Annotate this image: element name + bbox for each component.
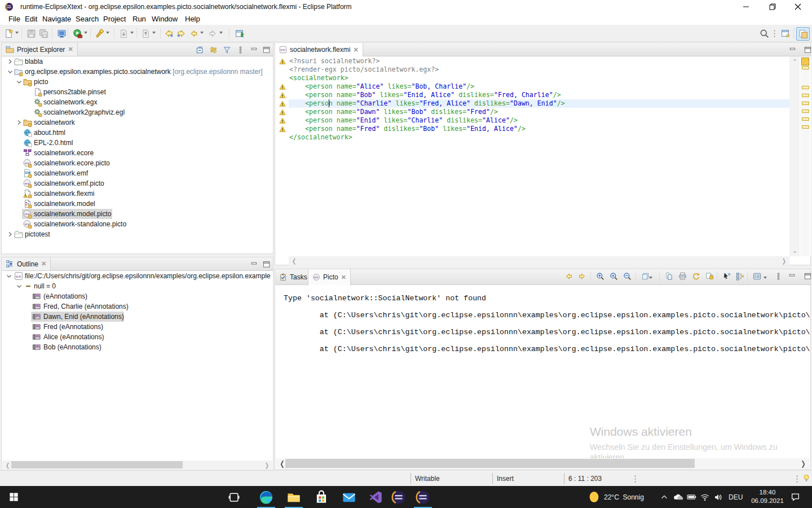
editor-scroll-right-icon[interactable]: ❭ (782, 257, 787, 265)
picto-lock-sync-button[interactable] (704, 271, 714, 281)
tree-collapse-icon[interactable] (16, 79, 22, 85)
menu-project[interactable]: Project (103, 15, 126, 23)
outline-tab[interactable]: Outline ✕ (2, 257, 51, 270)
tree-item[interactable]: picto (2, 77, 273, 87)
lightbulb-icon[interactable] (802, 474, 811, 483)
tree-expand-icon[interactable] (16, 120, 22, 125)
toolbar-back-history-button[interactable] (162, 27, 175, 40)
picto-scroll-right-icon[interactable]: ❭ (800, 459, 806, 468)
picto-layers-button[interactable] (640, 271, 650, 281)
tree-item[interactable]: EPL-2.0.html (2, 138, 273, 148)
taskbar-app-explorer[interactable] (283, 486, 305, 508)
tasks-tab[interactable]: Tasks (275, 269, 311, 284)
tray-language[interactable]: DEU (729, 493, 743, 501)
picto-copy-button[interactable] (664, 271, 674, 281)
picto-view-menu-list-button[interactable] (752, 271, 762, 281)
tree-collapse-icon[interactable] (6, 273, 12, 279)
pe-collapse-all-button[interactable] (195, 45, 205, 55)
outline-scroll-right-icon[interactable]: ❭ (264, 461, 270, 470)
menu-run[interactable]: Run (133, 15, 146, 23)
editor-maximize-panel-button[interactable] (802, 45, 812, 55)
tree-item[interactable]: blabla (2, 56, 273, 67)
toolbar-save-all-button[interactable] (37, 27, 50, 40)
editor-scroll-left-icon[interactable]: ❬ (292, 257, 297, 265)
weather-icon[interactable] (585, 486, 602, 508)
picto-back-edit-button[interactable] (563, 271, 573, 281)
tree-item[interactable]: «»socialnetwork.emf.picto (2, 178, 273, 189)
pe-minimize-panel-button[interactable] (249, 45, 259, 55)
tree-item[interactable]: org.eclipse.epsilon.examples.picto.socia… (2, 67, 273, 77)
project-explorer-close-icon[interactable]: ✕ (68, 46, 73, 53)
outline-hscroll-thumb[interactable] (11, 461, 183, 468)
tray-onedrive-icon[interactable] (671, 486, 685, 508)
picto-forward-gold-button[interactable] (577, 271, 587, 281)
tray-chevron-up-icon[interactable] (657, 486, 671, 508)
taskbar-app-taskview[interactable] (223, 486, 245, 508)
picto-maximize-panel-button[interactable] (802, 271, 812, 281)
picto-sync-tree-button[interactable] (735, 271, 745, 281)
picto-minimize-panel-button[interactable] (787, 271, 797, 281)
tree-item[interactable]: socialnetwork.ecore (2, 148, 273, 158)
tray-battery-icon[interactable] (685, 486, 698, 508)
picto-refresh-button[interactable] (691, 271, 701, 281)
annotation-mark[interactable] (802, 125, 809, 129)
tree-item[interactable]: about.html (2, 128, 273, 138)
window-close-button[interactable] (785, 0, 810, 14)
tree-item[interactable]: «»socialnetwork.model.picto (2, 209, 273, 219)
editor-content[interactable]: <?nsuri socialnetwork?><?render-egx pict… (276, 56, 811, 256)
pe-link-editor-button[interactable] (208, 45, 218, 55)
menu-help[interactable]: Help (185, 15, 200, 23)
outline-scroll-left-icon[interactable]: ❬ (5, 461, 10, 470)
toolbar-search-button[interactable] (758, 27, 770, 40)
tree-item[interactable]: Fred (eAnnotations) (2, 322, 273, 332)
tree-item[interactable]: socialnetwork.flexmi (2, 189, 273, 199)
outline-hscrollbar[interactable]: ❬ ❭ (2, 461, 272, 469)
toolbar-resource-perspective-button[interactable] (796, 27, 810, 41)
picto-layers-dropdown-icon[interactable] (649, 277, 652, 279)
editor-hscrollbar[interactable]: ❬ ❭ (289, 256, 789, 265)
start-button[interactable] (0, 486, 27, 508)
toolbar-back-edit-dropdown-icon[interactable] (200, 32, 204, 34)
taskbar-app-vscode[interactable] (365, 486, 387, 508)
tree-item[interactable]: Dawn, Enid (eAnnotations) (2, 312, 273, 322)
toolbar-forward-edit-button[interactable] (206, 27, 219, 40)
annotation-summary-icon[interactable] (801, 58, 809, 65)
editor-tab-close-icon[interactable]: ✕ (353, 46, 358, 54)
toolbar-search-flashlight-button[interactable] (93, 27, 105, 40)
menu-file[interactable]: File (8, 15, 20, 23)
picto-hscroll-thumb[interactable] (285, 459, 695, 468)
picto-tab[interactable]: «» Picto ✕ (308, 269, 351, 285)
taskbar-app-eclipse[interactable] (387, 486, 410, 508)
tray-wifi-icon[interactable] (698, 486, 712, 508)
picto-hscrollbar[interactable]: ❬ ❭ (276, 458, 810, 468)
tray-clock[interactable]: 18:4006.09.2021 (750, 488, 785, 505)
tree-item[interactable]: socialnetwork (2, 117, 273, 128)
menu-edit[interactable]: Edit (25, 15, 37, 23)
tree-item[interactable]: socialnetwork.egx (2, 97, 273, 107)
toolbar-console-monitor-button[interactable] (55, 27, 68, 40)
tree-item[interactable]: persons2table.pinset (2, 87, 273, 97)
annotation-mark[interactable] (802, 117, 809, 121)
tree-expand-icon[interactable] (7, 59, 13, 64)
pe-filter-button[interactable] (222, 45, 232, 55)
annotation-mark[interactable] (802, 94, 809, 97)
tree-item[interactable]: Fred, Charlie (eAnnotations) (2, 301, 273, 312)
tree-item[interactable]: «»file:/C:/Users/chris/git/org.eclipse.e… (2, 271, 273, 281)
toolbar-back-edit-button[interactable] (187, 27, 200, 40)
toolbar-open-perspective-button[interactable] (779, 27, 792, 40)
tree-item[interactable]: socialnetwork.model (2, 199, 273, 209)
picto-zoom-in-button[interactable] (595, 271, 605, 281)
tree-item[interactable]: «»socialnetwork.ecore.picto (2, 158, 273, 168)
taskbar-app-eclipse-active[interactable] (412, 486, 434, 508)
toolbar-save-button[interactable] (25, 27, 37, 40)
tree-item[interactable]: null = 0 (2, 281, 273, 291)
picto-zoom-out-button[interactable] (622, 271, 632, 281)
tray-temperature[interactable]: 22°C Sonnig (604, 493, 644, 501)
editor-minimize-panel-button[interactable] (787, 45, 797, 55)
toolbar-prev-annotation-button[interactable] (139, 27, 152, 40)
annotation-mark[interactable] (802, 66, 809, 69)
picto-tab-close-icon[interactable]: ✕ (341, 274, 346, 281)
taskbar-app-mail[interactable] (338, 486, 360, 508)
menu-navigate[interactable]: Navigate (42, 15, 71, 23)
tree-item[interactable]: pictotest (2, 229, 273, 239)
